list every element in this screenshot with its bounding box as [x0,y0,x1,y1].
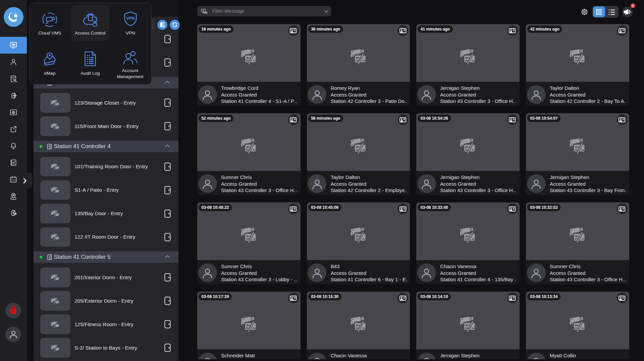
svg-text:VPN: VPN [126,16,135,21]
